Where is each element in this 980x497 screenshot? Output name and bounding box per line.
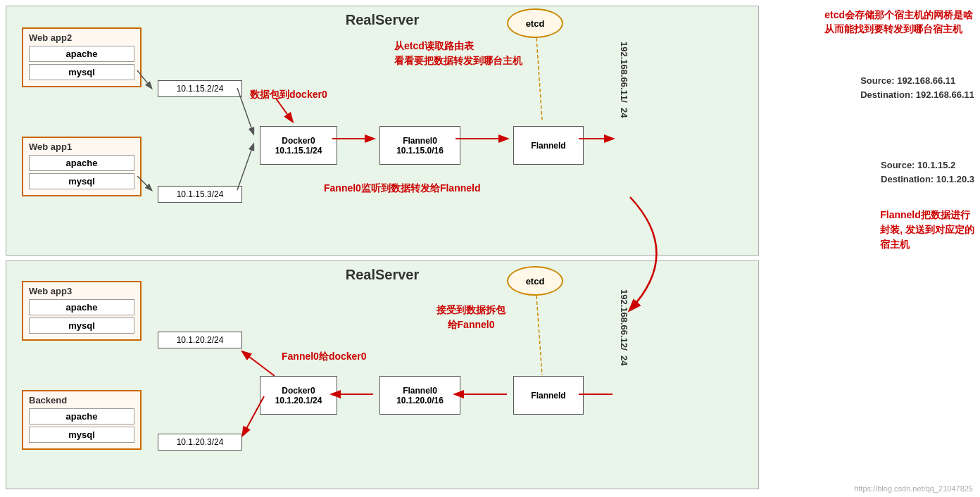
webapp1-title: Web app1	[29, 141, 134, 152]
receive-unpack-anno: 接受到数据拆包给Fannel0	[436, 303, 505, 332]
webapp2-box: Web app2 apache mysql	[22, 27, 142, 87]
bottom-flanneld-label: Flanneld	[531, 391, 565, 401]
bottom-flannel0-box: Flannel0 10.1.20.0/16	[379, 376, 460, 415]
top-flanneld-box: Flanneld	[513, 126, 584, 165]
dest1-text: Destination: 192.168.66.11	[860, 89, 974, 100]
etcd-store-text: etcd会存储那个宿主机的网桥是啥从而能找到要转发到哪台宿主机	[824, 9, 973, 34]
top-docker0-ip: 10.1.15.1/24	[275, 146, 322, 156]
source2-text: Source: 10.1.15.2	[881, 160, 955, 170]
read-route-anno: 从etcd读取路由表看看要把数据转发到哪台主机	[394, 39, 522, 68]
backend-apache: apache	[29, 408, 134, 424]
source-dest-2: Source: 10.1.15.2 Destination: 10.1.20.3	[881, 158, 974, 186]
data-to-docker-anno: 数据包到docker0	[250, 88, 327, 102]
webapp3-box: Web app3 apache mysql	[22, 281, 142, 341]
bottom-ip1-box: 10.1.20.2/24	[158, 332, 242, 348]
top-etcd-oval: etcd	[507, 8, 563, 38]
receive-unpack-text: 接受到数据拆包给Fannel0	[436, 304, 505, 330]
bottom-flannel0-label: Flannel0	[403, 386, 437, 396]
webapp2-apache: apache	[29, 46, 134, 62]
webapp2-title: Web app2	[29, 32, 134, 43]
webapp2-mysql: mysql	[29, 64, 134, 80]
bottom-etcd-oval: etcd	[507, 266, 563, 296]
webapp1-apache: apache	[29, 155, 134, 171]
bottom-flanneld-box: Flanneld	[513, 376, 584, 415]
top-iface-label: 192.168.66.11/	[619, 42, 629, 103]
bottom-iface-label: 192.168.66.12/	[619, 289, 629, 351]
watermark-text: https://blog.csdn.net/qq_21047825	[854, 484, 973, 493]
fannel0-docker-anno: Fannel0给docker0	[282, 350, 367, 364]
etcd-store-anno: etcd会存储那个宿主机的网桥是啥从而能找到要转发到哪台宿主机	[824, 8, 973, 36]
top-iface-suffix: 24	[619, 108, 629, 118]
top-flanneld-label: Flanneld	[531, 141, 565, 151]
fannel0-monitor-anno: Fannel0监听到数据转发给Flanneld	[324, 182, 480, 196]
bottom-realserver-label: RealServer	[346, 267, 420, 283]
bottom-iface-text: 192.168.66.12/ 24	[619, 289, 629, 472]
source-dest-1: Source: 192.168.66.11 Destination: 192.1…	[860, 74, 974, 101]
top-flannel0-label: Flannel0	[403, 136, 437, 146]
top-ip1-box: 10.1.15.2/24	[158, 80, 242, 97]
webapp3-apache: apache	[29, 299, 134, 315]
top-docker0-label: Docker0	[282, 136, 315, 146]
source1-text: Source: 192.168.66.11	[860, 75, 955, 86]
flanneld-encap-anno: Flanneld把数据进行封装, 发送到对应定的宿主机	[880, 208, 974, 252]
webapp1-box: Web app1 apache mysql	[22, 137, 142, 196]
dest2-text: Destination: 10.1.20.3	[881, 174, 974, 184]
top-flannel0-ip: 10.1.15.0/16	[396, 146, 444, 156]
main-container: RealServer Web app2 apache mysql Web app…	[0, 0, 980, 497]
webapp1-mysql: mysql	[29, 173, 134, 189]
bottom-docker0-label: Docker0	[282, 386, 315, 396]
data-to-docker-text: 数据包到docker0	[250, 89, 327, 100]
top-ip2-box: 10.1.15.3/24	[158, 186, 242, 203]
fannel0-monitor-text: Fannel0监听到数据转发给Flanneld	[324, 182, 480, 194]
top-iface-text: 192.168.66.11/ 24	[619, 42, 629, 239]
top-realserver-label: RealServer	[346, 12, 420, 28]
backend-box: Backend apache mysql	[22, 390, 142, 450]
bottom-docker0-ip: 10.1.20.1/24	[275, 396, 322, 405]
read-route-text: 从etcd读取路由表看看要把数据转发到哪台主机	[394, 40, 522, 66]
bottom-etcd-label: etcd	[526, 276, 545, 287]
top-server-block: RealServer Web app2 apache mysql Web app…	[6, 6, 759, 256]
bottom-flannel0-ip: 10.1.20.0/16	[396, 396, 444, 405]
backend-mysql: mysql	[29, 427, 134, 443]
backend-title: Backend	[29, 395, 134, 405]
bottom-docker0-box: Docker0 10.1.20.1/24	[260, 376, 337, 415]
bottom-ip2-box: 10.1.20.3/24	[158, 434, 242, 451]
bottom-iface-suffix: 24	[619, 356, 629, 365]
top-etcd-label: etcd	[526, 18, 545, 29]
bottom-server-block: RealServer Web app3 apache mysql Backend…	[6, 260, 759, 489]
fannel0-docker-text: Fannel0给docker0	[282, 351, 367, 362]
webapp3-title: Web app3	[29, 286, 134, 296]
webapp3-mysql: mysql	[29, 317, 134, 334]
flanneld-encap-text: Flanneld把数据进行封装, 发送到对应定的宿主机	[880, 209, 974, 250]
top-flannel0-box: Flannel0 10.1.15.0/16	[379, 126, 460, 165]
top-docker0-box: Docker0 10.1.15.1/24	[260, 126, 337, 165]
